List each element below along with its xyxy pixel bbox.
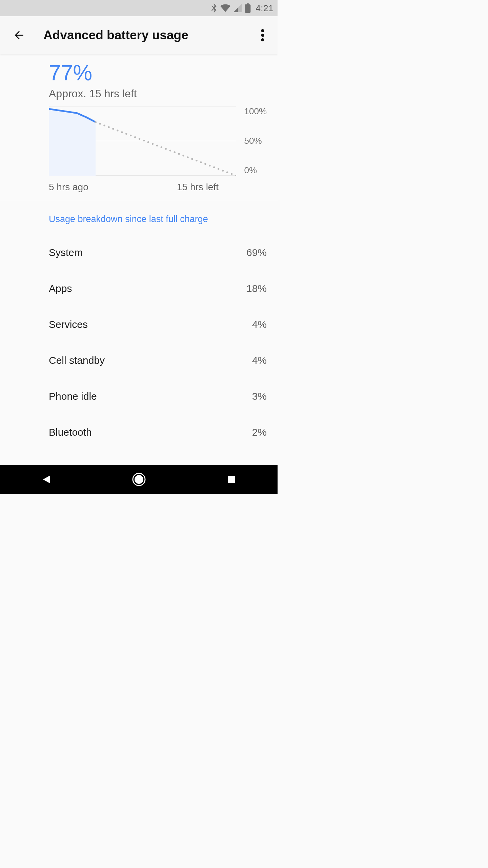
svg-point-24 (174, 151, 176, 153)
svg-point-27 (187, 156, 188, 158)
svg-point-7 (99, 123, 101, 124)
nav-home-button[interactable] (119, 469, 159, 490)
svg-point-32 (209, 165, 210, 166)
usage-value: 3% (252, 391, 267, 402)
usage-value: 2% (252, 427, 267, 438)
svg-point-14 (130, 135, 131, 136)
svg-point-17 (143, 140, 145, 141)
svg-point-31 (204, 163, 206, 165)
battery-chart[interactable]: 100% 50% 0% (49, 106, 267, 176)
svg-point-1 (261, 34, 264, 37)
svg-point-2 (261, 38, 264, 41)
navigation-bar (0, 465, 278, 494)
usage-row[interactable]: Cell standby4% (49, 342, 267, 378)
usage-label: Bluetooth (49, 427, 92, 438)
usage-label: Cell standby (49, 355, 105, 366)
svg-point-34 (218, 168, 219, 170)
status-time: 4:21 (256, 3, 273, 14)
app-bar: Advanced battery usage (0, 16, 278, 54)
svg-point-20 (156, 145, 158, 146)
usage-row[interactable]: System69% (49, 235, 267, 271)
usage-value: 69% (246, 247, 267, 258)
usage-row[interactable]: Apps18% (49, 271, 267, 307)
svg-point-26 (182, 155, 184, 156)
chart-x-axis: 5 hrs ago 15 hrs left (49, 182, 267, 193)
usage-value: 4% (252, 355, 267, 366)
svg-point-19 (152, 143, 154, 145)
y-tick: 0% (244, 165, 267, 176)
svg-point-37 (231, 173, 232, 175)
svg-point-35 (222, 170, 224, 172)
battery-percent: 77% (49, 54, 267, 85)
usage-value: 18% (246, 283, 267, 294)
back-button[interactable] (11, 27, 27, 43)
y-tick: 50% (244, 136, 267, 146)
usage-row[interactable]: Services4% (49, 307, 267, 342)
svg-point-29 (196, 160, 197, 161)
svg-point-6 (95, 121, 96, 123)
wifi-icon (220, 4, 230, 12)
svg-point-25 (178, 153, 180, 155)
usage-row[interactable]: Phone idle3% (49, 378, 267, 414)
svg-point-30 (200, 161, 202, 163)
x-tick-end: 15 hrs left (177, 182, 219, 193)
usage-label: Services (49, 319, 88, 330)
chart-y-axis: 100% 50% 0% (236, 106, 267, 176)
svg-point-13 (125, 133, 127, 135)
nav-recents-button[interactable] (211, 469, 252, 490)
usage-label: Phone idle (49, 391, 97, 402)
svg-point-21 (161, 146, 162, 148)
svg-point-12 (121, 131, 123, 133)
y-tick: 100% (244, 106, 267, 117)
svg-point-22 (165, 148, 167, 150)
svg-point-28 (191, 158, 193, 160)
battery-estimate: Approx. 15 hrs left (49, 87, 267, 100)
usage-row[interactable]: Bluetooth2% (49, 414, 267, 450)
svg-point-40 (135, 475, 143, 484)
more-options-button[interactable] (255, 27, 271, 43)
svg-point-15 (134, 136, 136, 138)
svg-point-36 (226, 172, 228, 173)
bluetooth-icon (211, 3, 218, 13)
x-tick-start: 5 hrs ago (49, 182, 88, 193)
svg-point-9 (108, 126, 109, 128)
svg-point-8 (103, 124, 105, 126)
svg-point-18 (147, 141, 149, 143)
cell-signal-icon (233, 4, 242, 12)
svg-point-0 (261, 29, 264, 32)
usage-list: System69%Apps18%Services4%Cell standby4%… (49, 235, 267, 450)
usage-value: 4% (252, 319, 267, 330)
usage-label: Apps (49, 283, 72, 294)
svg-rect-41 (228, 476, 235, 483)
status-bar: 4:21 (0, 0, 278, 16)
svg-point-10 (112, 128, 114, 130)
battery-icon (245, 3, 251, 13)
svg-point-33 (213, 166, 215, 168)
svg-point-23 (169, 150, 171, 151)
page-title: Advanced battery usage (43, 28, 188, 42)
nav-back-button[interactable] (26, 469, 67, 490)
usage-label: System (49, 247, 83, 258)
usage-section-title: Usage breakdown since last full charge (49, 201, 267, 235)
svg-point-11 (117, 130, 118, 131)
svg-point-16 (139, 138, 140, 140)
